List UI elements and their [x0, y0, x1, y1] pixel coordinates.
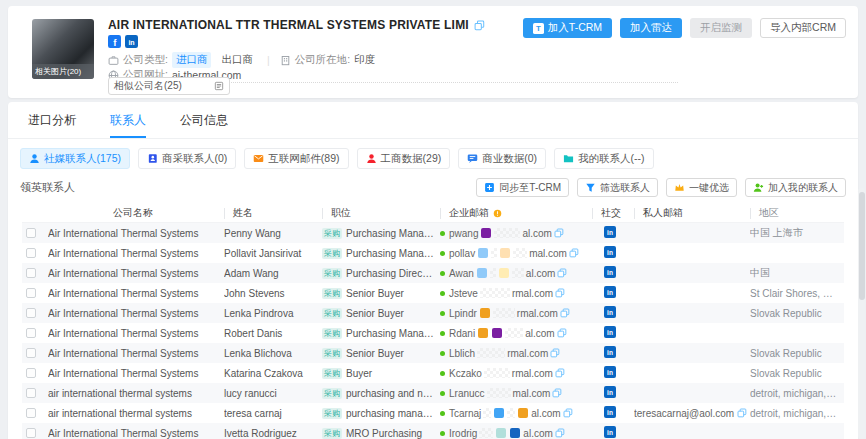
email-text: Awan: [449, 268, 474, 279]
linkedin-icon[interactable]: in: [604, 286, 616, 298]
company-cell[interactable]: Air International Thermal Systems: [48, 348, 224, 359]
position-cell: 采购Senior Buyer: [322, 308, 440, 319]
linkedin-icon[interactable]: in: [604, 346, 616, 358]
name-cell[interactable]: Robert Danis: [224, 328, 322, 339]
row-checkbox[interactable]: [26, 248, 36, 258]
crown-icon: [674, 182, 685, 193]
linkedin-icon[interactable]: in: [604, 266, 616, 278]
row-checkbox[interactable]: [26, 388, 36, 398]
scrollbar-thumb[interactable]: [859, 192, 865, 300]
svg-text:in: in: [607, 389, 613, 396]
tab-进口分析[interactable]: 进口分析: [28, 112, 76, 138]
copy-icon[interactable]: [555, 288, 565, 298]
email-text: Irodrig: [449, 428, 477, 439]
position-cell: 采购purchasing and nafta specialist: [322, 388, 440, 399]
email-text: Tcarnaj: [449, 408, 481, 419]
copy-icon[interactable]: [557, 268, 567, 278]
company-image[interactable]: 相关图片(20): [32, 19, 94, 79]
linkedin-icon[interactable]: in: [604, 406, 616, 418]
linkedin-icon[interactable]: in: [125, 35, 138, 48]
company-cell[interactable]: Air International Thermal Systems: [48, 308, 224, 319]
button-label: 一键优选: [689, 181, 729, 195]
vertical-scrollbar[interactable]: [858, 188, 865, 439]
subtab-社媒联系人(175)[interactable]: 社媒联系人(175): [20, 148, 130, 169]
开启监测-button[interactable]: 开启监测: [690, 18, 752, 38]
加入我的联系人-button[interactable]: 加入我的联系人: [745, 178, 846, 197]
linkedin-icon[interactable]: in: [604, 386, 616, 398]
svg-text:T: T: [536, 24, 541, 33]
筛选联系人-button[interactable]: 筛选联系人: [577, 178, 658, 197]
name-cell[interactable]: Lenka Blichova: [224, 348, 322, 359]
同步至T-CRM-button[interactable]: 同步至T-CRM: [476, 178, 569, 197]
加入T-CRM-button[interactable]: T加入T-CRM: [523, 18, 612, 38]
tab-公司信息[interactable]: 公司信息: [180, 112, 228, 138]
company-cell[interactable]: air international thermal systems: [48, 408, 224, 419]
name-cell[interactable]: Lenka Pindrova: [224, 308, 322, 319]
name-cell[interactable]: Pollavit Jansirivat: [224, 248, 322, 259]
subtab-我的联系人(--)[interactable]: 我的联系人(--): [554, 148, 654, 169]
linkedin-icon[interactable]: in: [604, 246, 616, 258]
name-cell[interactable]: Katarina Czakova: [224, 368, 322, 379]
company-cell[interactable]: air international thermal systems: [48, 388, 224, 399]
name-cell[interactable]: Adam Wang: [224, 268, 322, 279]
copy-icon[interactable]: [557, 328, 567, 338]
name-cell[interactable]: Penny Wang: [224, 228, 322, 239]
subtab-商采联系人(0)[interactable]: 商采联系人(0): [138, 148, 236, 169]
tab-联系人[interactable]: 联系人: [110, 112, 146, 138]
similar-companies-label: 相似公司名(25): [114, 79, 182, 93]
row-checkbox[interactable]: [26, 348, 36, 358]
copy-icon[interactable]: [563, 408, 573, 418]
copy-icon[interactable]: [552, 388, 562, 398]
row-checkbox[interactable]: [26, 368, 36, 378]
company-cell[interactable]: Air International Thermal Systems: [48, 428, 224, 439]
row-checkbox[interactable]: [26, 408, 36, 418]
row-checkbox[interactable]: [26, 308, 36, 318]
name-cell[interactable]: lucy ranucci: [224, 388, 322, 399]
加入雷达-button[interactable]: 加入雷达: [620, 18, 682, 38]
row-checkbox[interactable]: [26, 288, 36, 298]
name-cell[interactable]: Ivetta Rodriguez: [224, 428, 322, 439]
subtab-商业数据(0)[interactable]: 商业数据(0): [458, 148, 546, 169]
corporate-email-cell: Lranuccmal.com: [440, 388, 592, 399]
company-cell[interactable]: Air International Thermal Systems: [48, 368, 224, 379]
copy-icon[interactable]: [555, 428, 565, 438]
similar-companies-select[interactable]: 相似公司名(25): [108, 77, 230, 95]
company-cell[interactable]: Air International Thermal Systems: [48, 328, 224, 339]
linkedin-icon[interactable]: in: [604, 366, 616, 378]
email-text: mal.com: [513, 388, 551, 399]
name-cell[interactable]: teresa carnaj: [224, 408, 322, 419]
copy-icon[interactable]: [569, 248, 579, 258]
subtab-label: 我的联系人(--): [578, 152, 645, 166]
svg-text:in: in: [607, 289, 613, 296]
linkedin-icon[interactable]: in: [604, 226, 616, 238]
subtab-工商数据(29)[interactable]: 工商数据(29): [357, 148, 451, 169]
facebook-icon[interactable]: f: [108, 35, 121, 48]
social-cell: in: [592, 266, 634, 280]
一键优选-button[interactable]: 一键优选: [666, 178, 737, 197]
subtab-互联网邮件(89)[interactable]: 互联网邮件(89): [244, 148, 348, 169]
copy-icon[interactable]: [560, 308, 570, 318]
company-cell[interactable]: Air International Thermal Systems: [48, 248, 224, 259]
table-row: Air International Thermal SystemsLenka P…: [22, 303, 844, 323]
company-cell[interactable]: Air International Thermal Systems: [48, 268, 224, 279]
linkedin-icon[interactable]: in: [604, 426, 616, 438]
location-value: 印度: [354, 53, 375, 67]
copy-icon[interactable]: [555, 368, 565, 378]
linkedin-icon[interactable]: in: [604, 326, 616, 338]
导入内部CRM-button[interactable]: 导入内部CRM: [760, 18, 846, 38]
copy-icon[interactable]: [550, 348, 560, 358]
copy-icon[interactable]: [474, 20, 485, 31]
company-cell[interactable]: Air International Thermal Systems: [48, 228, 224, 239]
row-checkbox[interactable]: [26, 428, 36, 438]
name-cell[interactable]: John Stevens: [224, 288, 322, 299]
copy-icon[interactable]: [554, 228, 564, 238]
social-icons: fin: [108, 35, 138, 48]
region-cell: 中国 上海市: [750, 226, 844, 240]
email-info-icon[interactable]: [493, 209, 502, 218]
row-checkbox[interactable]: [26, 268, 36, 278]
linkedin-icon[interactable]: in: [604, 306, 616, 318]
row-checkbox[interactable]: [26, 328, 36, 338]
copy-icon[interactable]: [737, 408, 747, 418]
company-cell[interactable]: Air International Thermal Systems: [48, 288, 224, 299]
row-checkbox[interactable]: [26, 228, 36, 238]
